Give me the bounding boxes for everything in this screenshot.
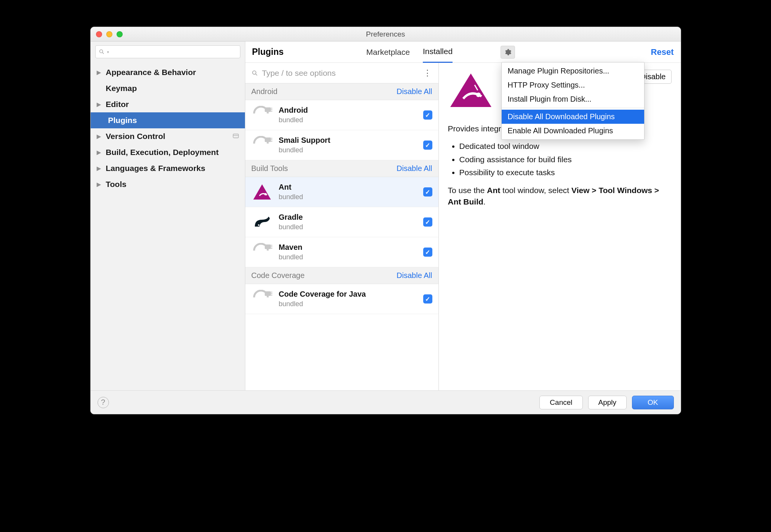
- sidebar-item-build[interactable]: ▶ Build, Execution, Deployment: [91, 144, 245, 160]
- ok-button[interactable]: OK: [632, 396, 673, 409]
- gear-icon: [504, 48, 512, 56]
- feature-bullet: Dedicated tool window: [459, 141, 672, 152]
- gear-dropdown-menu: Manage Plugin Repositories... HTTP Proxy…: [501, 62, 645, 140]
- category-label: Android: [251, 87, 278, 96]
- search-icon: [251, 70, 258, 77]
- more-options-icon[interactable]: ⋮: [423, 68, 432, 78]
- sidebar-item-label: Version Control: [106, 132, 165, 141]
- plugin-sub: bundled: [279, 116, 308, 124]
- menu-item-disable-all-downloaded[interactable]: Disable All Downloaded Plugins: [502, 110, 644, 124]
- menu-item-install-from-disk[interactable]: Install Plugin from Disk...: [502, 92, 644, 106]
- feature-bullet: Coding assistance for build files: [459, 154, 672, 165]
- menu-item-proxy[interactable]: HTTP Proxy Settings...: [502, 78, 644, 92]
- svg-point-0: [99, 50, 102, 53]
- disable-all-link[interactable]: Disable All: [397, 87, 432, 96]
- titlebar: Preferences: [91, 27, 681, 42]
- plugin-filter-input[interactable]: Type / to see options ⋮: [245, 63, 438, 83]
- sidebar-item-label: Languages & Frameworks: [106, 164, 205, 173]
- plugin-checkbox[interactable]: ✓: [423, 110, 432, 120]
- svg-line-1: [102, 53, 104, 54]
- plugins-header: Plugins Marketplace Installed Reset: [245, 42, 681, 63]
- sidebar-item-label: Appearance & Behavior: [106, 68, 196, 77]
- apply-button[interactable]: Apply: [588, 396, 627, 409]
- menu-item-manage-repos[interactable]: Manage Plugin Repositories...: [502, 64, 644, 78]
- category-label: Build Tools: [251, 164, 288, 173]
- plugin-sub: bundled: [279, 253, 303, 261]
- sidebar-item-appearance[interactable]: ▶ Appearance & Behavior: [91, 64, 245, 80]
- sidebar-item-languages[interactable]: ▶ Languages & Frameworks: [91, 160, 245, 176]
- chevron-right-icon: ▶: [97, 101, 102, 107]
- category-header-android: Android Disable All: [245, 83, 438, 100]
- chevron-right-icon: ▶: [97, 181, 102, 187]
- plugin-row-gradle[interactable]: Gradle bundled ✓: [245, 207, 438, 237]
- sidebar-item-label: Build, Execution, Deployment: [106, 148, 219, 157]
- svg-point-4: [253, 71, 256, 74]
- help-button[interactable]: ?: [98, 397, 109, 408]
- plugin-sub: bundled: [279, 146, 331, 154]
- tab-marketplace[interactable]: Marketplace: [366, 42, 410, 62]
- sidebar-item-editor[interactable]: ▶ Editor: [91, 96, 245, 112]
- category-label: Code Coverage: [251, 271, 305, 280]
- sidebar-item-label: Plugins: [108, 116, 137, 125]
- disable-all-link[interactable]: Disable All: [397, 271, 432, 280]
- plugin-row-android[interactable]: Android bundled ✓: [245, 100, 438, 130]
- svg-rect-11: [265, 244, 271, 249]
- svg-point-9: [264, 193, 267, 195]
- search-icon: [99, 49, 105, 55]
- menu-item-enable-all-downloaded[interactable]: Enable All Downloaded Plugins: [502, 124, 644, 138]
- svg-rect-2: [233, 134, 238, 138]
- plugin-row-smali[interactable]: Smali Support bundled ✓: [245, 130, 438, 160]
- svg-rect-7: [265, 137, 271, 142]
- svg-marker-8: [253, 184, 271, 200]
- gear-button[interactable]: [501, 46, 515, 59]
- plugin-sub: bundled: [279, 300, 366, 308]
- chevron-right-icon: ▶: [97, 149, 102, 155]
- chevron-right-icon: ▶: [97, 69, 102, 75]
- plugin-generic-icon: [251, 105, 273, 125]
- plugin-name: Code Coverage for Java: [279, 290, 366, 299]
- plugin-checkbox[interactable]: ✓: [423, 294, 432, 304]
- plugin-name: Android: [279, 106, 308, 115]
- svg-rect-6: [265, 107, 271, 112]
- svg-marker-13: [450, 73, 491, 107]
- page-title: Plugins: [252, 47, 284, 57]
- plugin-generic-icon: [251, 289, 273, 308]
- svg-rect-12: [265, 291, 271, 296]
- preferences-window: Preferences ▾ ▶ Appearance & Behavior: [90, 27, 681, 414]
- sidebar-item-keymap[interactable]: Keymap: [91, 80, 245, 96]
- vcs-icon: [233, 132, 239, 141]
- plugin-row-ant[interactable]: Ant bundled ✓: [245, 177, 438, 207]
- category-header-build-tools: Build Tools Disable All: [245, 160, 438, 177]
- reset-link[interactable]: Reset: [651, 47, 674, 57]
- sidebar-search-input[interactable]: ▾: [95, 45, 240, 58]
- plugin-checkbox[interactable]: ✓: [423, 187, 432, 197]
- plugin-row-code-coverage-java[interactable]: Code Coverage for Java bundled ✓: [245, 284, 438, 314]
- plugin-generic-icon: [251, 136, 273, 155]
- svg-line-5: [256, 74, 257, 75]
- plugin-row-maven[interactable]: Maven bundled ✓: [245, 237, 438, 267]
- tab-installed[interactable]: Installed: [423, 42, 453, 63]
- category-header-code-coverage: Code Coverage Disable All: [245, 267, 438, 284]
- window-title: Preferences: [91, 30, 681, 38]
- sidebar-item-label: Keymap: [106, 84, 137, 93]
- sidebar-item-label: Tools: [106, 180, 126, 189]
- plugin-list: Type / to see options ⋮ Android Disable …: [245, 63, 439, 390]
- feature-bullet: Possibility to execute tasks: [459, 167, 672, 178]
- svg-point-14: [476, 93, 481, 97]
- plugin-checkbox[interactable]: ✓: [423, 217, 432, 227]
- svg-line-16: [481, 85, 485, 90]
- cancel-button[interactable]: Cancel: [539, 396, 582, 409]
- svg-point-10: [258, 224, 259, 226]
- plugin-name: Maven: [279, 243, 303, 252]
- plugin-checkbox[interactable]: ✓: [423, 248, 432, 257]
- plugin-sub: bundled: [279, 223, 303, 231]
- sidebar-item-plugins[interactable]: Plugins: [91, 112, 245, 128]
- menu-separator: [502, 108, 644, 108]
- gradle-icon: [251, 212, 273, 232]
- plugin-sub: bundled: [279, 193, 303, 201]
- plugin-checkbox[interactable]: ✓: [423, 141, 432, 150]
- disable-all-link[interactable]: Disable All: [397, 164, 432, 173]
- sidebar-item-version-control[interactable]: ▶ Version Control: [91, 128, 245, 144]
- sidebar: ▾ ▶ Appearance & Behavior Keymap ▶ Edito…: [91, 42, 245, 390]
- sidebar-item-tools[interactable]: ▶ Tools: [91, 176, 245, 192]
